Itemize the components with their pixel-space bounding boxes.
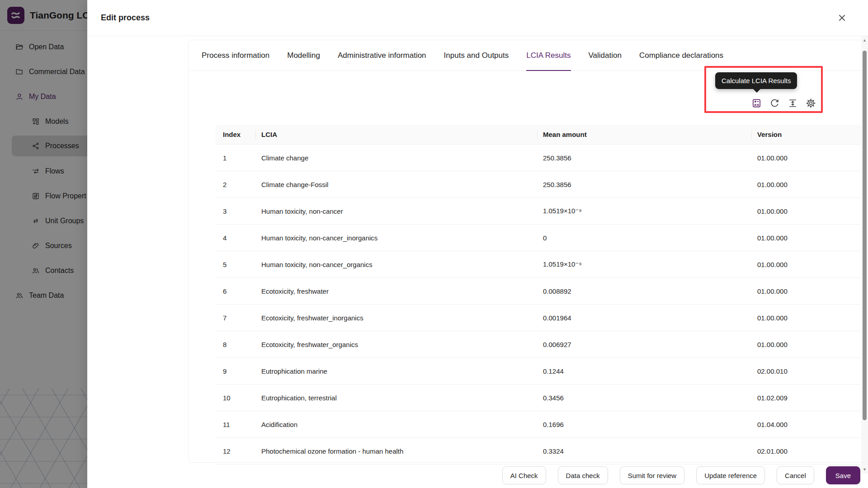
drawer-title: Edit process: [101, 13, 150, 23]
cancel-button[interactable]: Cancel: [777, 466, 814, 484]
sumit-for-review-button[interactable]: Sumit for review: [620, 466, 685, 484]
table-row: 1Climate change250.385601.00.000: [216, 145, 868, 171]
cell-lcia: Acidification: [256, 411, 538, 437]
tab-administrative-information[interactable]: Administrative information: [338, 40, 426, 71]
tab-label: Process information: [202, 51, 269, 60]
header-cell-index: Index: [216, 125, 256, 144]
table-row: 4Human toxicity, non-cancer_inorganics00…: [216, 225, 868, 251]
table-row: 6Ecotoxicity, freshwater0.00889201.00.00…: [216, 278, 868, 305]
header-cell-lcia: LCIA: [256, 125, 538, 144]
sidebar: TianGong LC Open DataCommercial DataMy D…: [0, 0, 87, 488]
app-root: TianGong LC Open DataCommercial DataMy D…: [0, 0, 868, 488]
cell-mean-amount: 0.008892: [538, 278, 752, 304]
scrollbar-up-arrow[interactable]: ▲: [861, 37, 868, 43]
cell-mean-amount: 1.0519×10⁻⁹: [538, 251, 752, 277]
tab-lcia-results[interactable]: LCIA Results: [526, 40, 571, 71]
tab-label: Inputs and Outputs: [444, 51, 509, 60]
cell-mean-amount: 0.1244: [538, 358, 752, 384]
cell-mean-amount: 250.3856: [538, 145, 752, 171]
cell-version: 01.00.000: [752, 171, 868, 197]
tab-label: Administrative information: [338, 51, 426, 60]
column-height-icon: [788, 98, 798, 108]
drawer-header: Edit process: [87, 0, 868, 36]
update-reference-button[interactable]: Update reference: [696, 466, 765, 484]
cell-version: 01.02.009: [752, 385, 868, 411]
settings-button[interactable]: [805, 98, 816, 108]
cell-index: 8: [216, 331, 256, 357]
ai-check-button[interactable]: AI Check: [502, 466, 546, 484]
table-row: 7Ecotoxicity, freshwater_inorganics0.001…: [216, 305, 868, 331]
header-cell-mean-amount: Mean amount: [538, 125, 752, 144]
save-button[interactable]: Save: [826, 466, 860, 484]
table-row: 12Photochemical ozone formation - human …: [216, 438, 868, 465]
scrollbar-down-arrow[interactable]: ▼: [861, 466, 868, 473]
scrollbar-thumb[interactable]: [863, 51, 867, 420]
cell-index: 1: [216, 145, 256, 171]
cell-mean-amount: 0.006927: [538, 331, 752, 357]
tab-label: Validation: [589, 51, 622, 60]
cell-mean-amount: 0.001964: [538, 305, 752, 331]
calculate-lcia-tooltip: Calculate LCIA Results: [715, 72, 797, 89]
cell-version: 01.00.000: [752, 278, 868, 304]
calculator-icon: [751, 98, 762, 108]
column-height-button[interactable]: [787, 98, 798, 108]
table-row: 5Human toxicity, non-cancer_organics1.05…: [216, 251, 868, 278]
table-row: 8Ecotoxicity, freshwater_organics0.00692…: [216, 331, 868, 358]
modal-dim-overlay: [0, 0, 87, 488]
table-header: IndexLCIAMean amountVersion: [216, 125, 868, 145]
cell-index: 7: [216, 305, 256, 331]
cell-lcia: Eutrophication marine: [256, 358, 538, 384]
tab-label: LCIA Results: [526, 51, 571, 60]
cell-lcia: Human toxicity, non-cancer_organics: [256, 251, 538, 277]
cell-index: 6: [216, 278, 256, 304]
tab-bar: Process informationModellingAdministrati…: [189, 40, 868, 71]
tab-inputs-and-outputs[interactable]: Inputs and Outputs: [444, 40, 509, 71]
cell-mean-amount: 0.1696: [538, 411, 752, 437]
table-row: 9Eutrophication marine0.124402.00.010: [216, 358, 868, 385]
lcia-toolbar: [751, 98, 816, 108]
close-icon: [839, 14, 845, 21]
lcia-results-table: IndexLCIAMean amountVersion 1Climate cha…: [216, 125, 868, 465]
cell-lcia: Human toxicity, non-cancer_inorganics: [256, 225, 538, 251]
cell-lcia: Climate change-Fossil: [256, 171, 538, 197]
cell-index: 5: [216, 251, 256, 277]
tab-validation[interactable]: Validation: [589, 40, 622, 71]
cell-mean-amount: 250.3856: [538, 171, 752, 197]
cell-lcia: Eutrophication, terrestrial: [256, 385, 538, 411]
cell-mean-amount: 0: [538, 225, 752, 251]
cell-version: 01.00.000: [752, 305, 868, 331]
header-cell-version: Version: [752, 125, 868, 144]
drawer-footer: AI CheckData checkSumit for reviewUpdate…: [502, 466, 860, 484]
tab-process-information[interactable]: Process information: [202, 40, 269, 71]
cell-lcia: Human toxicity, non-cancer: [256, 198, 538, 224]
table-row: 2Climate change-Fossil250.385601.00.000: [216, 171, 868, 198]
cell-mean-amount: 1.0519×10⁻⁹: [538, 198, 752, 224]
cell-version: 01.00.000: [752, 198, 868, 224]
tab-modelling[interactable]: Modelling: [287, 40, 320, 71]
calculate-lcia-button[interactable]: [751, 98, 762, 108]
data-check-button[interactable]: Data check: [558, 466, 608, 484]
cell-version: 01.00.000: [752, 145, 868, 171]
cell-index: 4: [216, 225, 256, 251]
tab-compliance-declarations[interactable]: Compliance declarations: [639, 40, 723, 71]
cell-lcia: Ecotoxicity, freshwater_organics: [256, 331, 538, 357]
close-button[interactable]: [835, 12, 848, 24]
table-row: 3Human toxicity, non-cancer1.0519×10⁻⁹01…: [216, 198, 868, 225]
cell-index: 10: [216, 385, 256, 411]
gear-icon: [806, 98, 816, 108]
tab-label: Compliance declarations: [639, 51, 723, 60]
table-body: 1Climate change250.385601.00.0002Climate…: [216, 145, 868, 465]
cell-index: 9: [216, 358, 256, 384]
cell-mean-amount: 0.3324: [538, 438, 752, 464]
cell-index: 12: [216, 438, 256, 464]
cell-version: 01.04.000: [752, 411, 868, 437]
cell-version: 01.00.000: [752, 331, 868, 357]
refresh-button[interactable]: [769, 98, 780, 108]
scrollbar: ▲ ▼: [861, 36, 868, 474]
reload-icon: [769, 98, 780, 108]
cell-lcia: Photochemical ozone formation - human he…: [256, 438, 538, 464]
tab-label: Modelling: [287, 51, 320, 60]
cell-version: 02.00.010: [752, 358, 868, 384]
table-row: 11Acidification0.169601.04.000: [216, 411, 868, 438]
cell-lcia: Ecotoxicity, freshwater: [256, 278, 538, 304]
